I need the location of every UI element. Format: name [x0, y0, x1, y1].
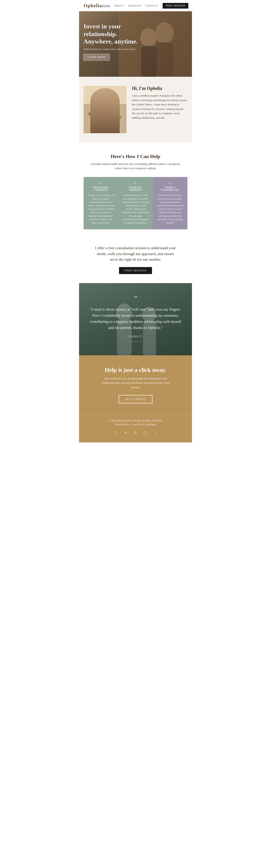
- services-grid: 01. INDIVIDUAL THERAPY Through 1-on-1 se…: [84, 177, 187, 229]
- svg-rect-12: [96, 121, 114, 123]
- testimonial-section: ” “I used to throw money at “self care” …: [79, 283, 192, 355]
- service-family: 03. FAMILY COUNSELING Our online family …: [153, 177, 187, 229]
- service-couples: 02. COUPLES THERAPY Couples therapy can …: [118, 177, 153, 229]
- about-section: Hi, I'm Ophelia I am a certified couple'…: [79, 77, 192, 142]
- footer-copyright: © 2023 Ophelia Online Therapy. All Right…: [86, 420, 185, 422]
- instagram-icon[interactable]: ◯: [142, 429, 149, 436]
- service-num-3: 03.: [156, 182, 184, 184]
- brand-logo: Ophelia: [84, 3, 102, 8]
- help-section: Here's How I Can Help I provide mental h…: [79, 142, 192, 236]
- footer-cta-title: Help is just a click away.: [86, 367, 185, 373]
- service-num-2: 02.: [122, 182, 149, 184]
- free-session-button[interactable]: FREE SESSION: [119, 267, 152, 274]
- footer: © 2023 Ophelia Online Therapy. All Right…: [79, 415, 192, 442]
- pinterest-icon[interactable]: ℗: [132, 429, 139, 436]
- footer-links: Privacy Policy • Created with LeadPages: [86, 423, 185, 426]
- footer-created: • Created with: [130, 423, 145, 426]
- session-callout: I offer a free consultation session to u…: [79, 236, 192, 283]
- help-title: Here's How I Can Help: [84, 154, 187, 159]
- service-name-3: FAMILY COUNSELING: [156, 186, 184, 191]
- facebook-icon[interactable]: f: [113, 429, 119, 436]
- quote-mark-icon: ”: [86, 294, 185, 303]
- service-desc-3: Our online family therapy services help …: [156, 193, 184, 224]
- nav-services[interactable]: SERVICES: [128, 4, 141, 7]
- social-icons: f ✕ ℗ ◯ ♪: [86, 429, 185, 436]
- service-desc-1: Through 1-on-1 sessions, I'll help you t…: [87, 193, 115, 224]
- quote-author: - CANDACE -: [86, 335, 185, 338]
- footer-cta-section: Help is just a click away. Take control …: [79, 355, 192, 415]
- tiktok-icon[interactable]: ♪: [152, 429, 158, 436]
- svg-point-8: [98, 94, 112, 110]
- hero-subtitle: Online therapy for couples who want to g…: [84, 48, 142, 50]
- quote-text: “I used to throw money at “self care” an…: [88, 306, 183, 331]
- quote-divider: [129, 341, 142, 342]
- svg-rect-9: [98, 108, 112, 133]
- free-session-nav-button[interactable]: FREE SESSION: [162, 3, 188, 8]
- service-individual: 01. INDIVIDUAL THERAPY Through 1-on-1 se…: [84, 177, 118, 229]
- privacy-policy-link[interactable]: Privacy Policy: [115, 423, 129, 426]
- about-title: Hi, I'm Ophelia: [132, 86, 187, 91]
- twitter-icon[interactable]: ✕: [122, 429, 129, 436]
- navbar: Ophelia HOME ABOUT SERVICES CONTACT FREE…: [79, 0, 192, 11]
- about-body: I am a certified couple's therapist who …: [132, 94, 187, 120]
- testimonial-content: ” “I used to throw money at “self care” …: [86, 294, 185, 342]
- service-name-2: COUPLES THERAPY: [122, 186, 149, 191]
- footer-cta-text: Take control of your mental health and s…: [99, 376, 172, 390]
- nav-links: HOME ABOUT SERVICES CONTACT FREE SESSION: [102, 3, 188, 8]
- about-text: Hi, I'm Ophelia I am a certified couple'…: [132, 86, 187, 120]
- therapist-photo: [84, 86, 126, 133]
- hero-content: Invest in your relationship. Anywhere, a…: [84, 23, 142, 61]
- service-name-1: INDIVIDUAL THERAPY: [87, 186, 115, 191]
- help-subtitle: I provide mental health services and cou…: [88, 162, 183, 170]
- leadpages-link[interactable]: LeadPages: [145, 423, 156, 426]
- nav-contact[interactable]: CONTACT: [145, 4, 158, 7]
- service-num-1: 01.: [87, 182, 115, 184]
- svg-rect-11: [110, 113, 121, 119]
- nav-about[interactable]: ABOUT: [114, 4, 124, 7]
- hero-section: Invest in your relationship. Anywhere, a…: [79, 11, 192, 77]
- get-started-button[interactable]: GET STARTED: [119, 395, 153, 403]
- session-text: I offer a free consultation session to u…: [93, 245, 178, 262]
- nav-home[interactable]: HOME: [102, 4, 110, 7]
- svg-rect-13: [97, 126, 113, 133]
- learn-more-button[interactable]: LEARN MORE: [84, 54, 110, 61]
- service-desc-2: Couples therapy can help you recognize a…: [122, 193, 149, 224]
- hero-title: Invest in your relationship. Anywhere, a…: [84, 23, 142, 45]
- therapist-illustration: [84, 86, 126, 133]
